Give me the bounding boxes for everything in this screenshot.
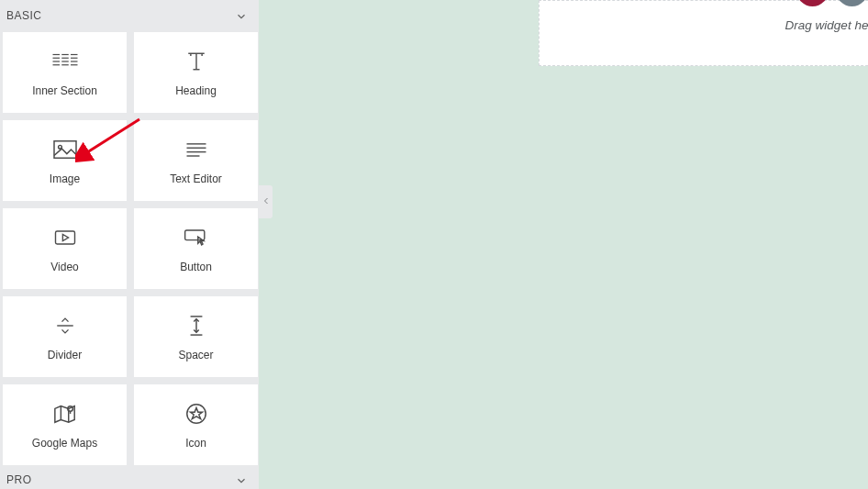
spacer-icon: [183, 312, 210, 339]
add-section-button[interactable]: [796, 0, 829, 6]
widget-label: Text Editor: [170, 172, 222, 185]
widget-label: Icon: [185, 437, 206, 450]
widget-label: Button: [180, 261, 212, 273]
widget-label: Heading: [175, 84, 217, 97]
text-editor-icon: [183, 136, 210, 163]
category-header-pro[interactable]: PRO: [0, 471, 259, 489]
chevron-down-icon: [235, 474, 246, 485]
widget-heading[interactable]: Heading: [134, 32, 258, 113]
sidebar-collapse-handle[interactable]: [259, 185, 273, 218]
widget-label: Spacer: [178, 349, 213, 361]
chevron-left-icon: [261, 195, 272, 208]
google-maps-icon: [51, 400, 79, 428]
widget-google-maps[interactable]: Google Maps: [3, 384, 127, 465]
widget-image[interactable]: Image: [3, 120, 127, 201]
category-label: PRO: [6, 473, 32, 486]
button-icon: [183, 224, 210, 251]
video-icon: [51, 224, 79, 251]
widget-label: Google Maps: [32, 437, 97, 450]
heading-icon: [183, 48, 210, 75]
widget-label: Video: [50, 261, 78, 273]
widget-spacer[interactable]: Spacer: [134, 296, 258, 377]
svg-rect-23: [55, 231, 74, 244]
dropzone[interactable]: Drag widget here: [539, 0, 868, 66]
widget-label: Image: [50, 172, 80, 185]
dropzone-buttons: [796, 0, 868, 6]
editor-canvas[interactable]: Drag widget here: [259, 0, 868, 489]
category-header-basic[interactable]: BASIC: [0, 0, 259, 31]
chevron-down-icon: [235, 10, 246, 21]
widget-grid: Inner Section Heading: [0, 31, 259, 471]
widget-label: Divider: [48, 349, 82, 361]
svg-marker-24: [62, 235, 68, 241]
category-label: BASIC: [6, 9, 42, 22]
icon-icon: [183, 400, 210, 428]
svg-rect-17: [54, 141, 76, 158]
widget-button[interactable]: Button: [134, 208, 258, 289]
svg-marker-35: [190, 408, 202, 419]
add-template-button[interactable]: [836, 0, 868, 6]
widget-label: Inner Section: [32, 84, 97, 97]
widget-icon[interactable]: Icon: [134, 384, 258, 465]
widget-sidebar: BASIC Inner Section: [0, 0, 259, 489]
dropzone-hint: Drag widget here: [785, 18, 868, 32]
inner-section-icon: [51, 48, 79, 75]
divider-icon: [51, 312, 79, 339]
widget-inner-section[interactable]: Inner Section: [3, 32, 127, 113]
widget-video[interactable]: Video: [3, 208, 127, 289]
image-icon: [51, 136, 79, 163]
widget-text-editor[interactable]: Text Editor: [134, 120, 258, 201]
widget-divider[interactable]: Divider: [3, 296, 127, 377]
svg-point-18: [58, 146, 61, 150]
